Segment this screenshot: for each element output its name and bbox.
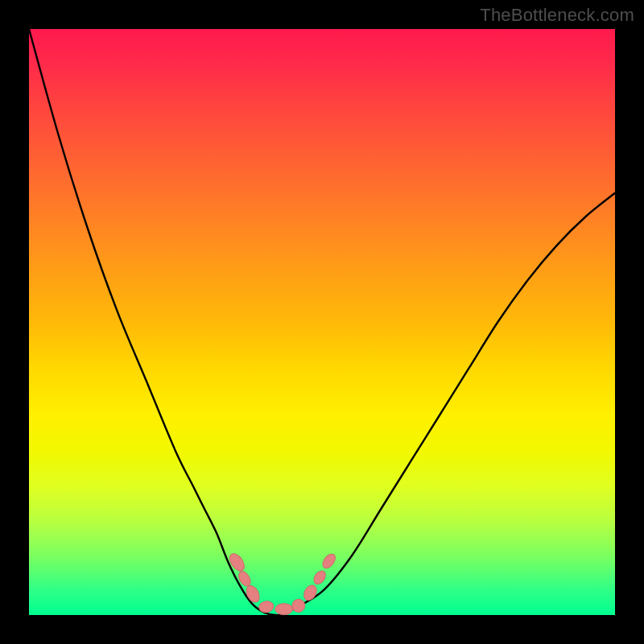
bottleneck-curve	[29, 29, 615, 615]
curve-marker	[275, 604, 293, 615]
curve-marker	[320, 551, 338, 570]
watermark-text: TheBottleneck.com	[480, 5, 634, 26]
curve-marker	[291, 598, 307, 614]
curve-marker	[312, 569, 328, 587]
curve-marker	[227, 551, 247, 574]
curve-svg	[29, 29, 615, 615]
plot-area	[29, 29, 615, 615]
curve-marker	[244, 584, 262, 605]
curve-marker	[301, 583, 319, 602]
marker-group	[227, 551, 338, 615]
chart-frame: TheBottleneck.com	[0, 0, 644, 644]
